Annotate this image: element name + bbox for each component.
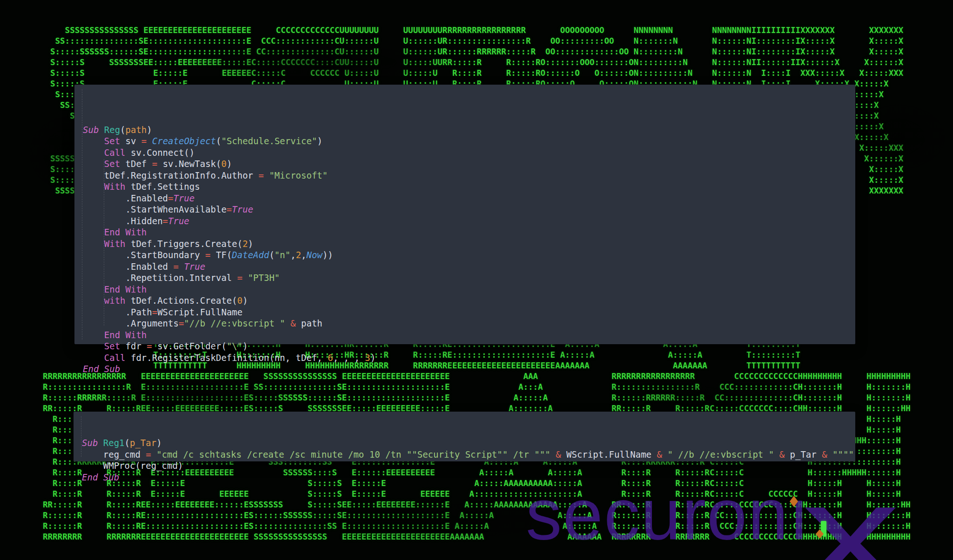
code-line: .StartBoundary = TF(DateAdd("n",2,Now)): [83, 249, 855, 261]
securonix-watermark: securonıx: [526, 478, 847, 550]
code-panel-reg1: Sub Reg1(p_Tar) reg_cmd = "cmd /c schtas…: [74, 412, 855, 461]
code-line: End With: [83, 284, 855, 295]
code-line: Sub Reg1(p_Tar): [82, 437, 855, 449]
code-line: .StartWhenAvailable=True: [83, 204, 855, 215]
code-line: .Enabled = True: [83, 261, 855, 273]
code-line: WMProc(reg_cmd): [82, 460, 855, 472]
code-line: End With: [83, 227, 855, 238]
code-line: Set sv = CreateObject("Schedule.Service"…: [83, 135, 855, 147]
watermark-text-main: securon: [526, 474, 789, 554]
indent-guide: [104, 159, 104, 326]
code-line: .Arguments="//b //e:vbscript " & path: [83, 318, 855, 329]
code-line: Set tDef = sv.NewTask(0): [83, 158, 855, 170]
indent-guide: [82, 89, 82, 340]
code-line: .Repetition.Interval = "PT3H": [83, 272, 855, 284]
code-panel-reg: Sub Reg(path) Set sv = CreateObject("Sch…: [74, 85, 855, 344]
code-line: .Hidden=True: [83, 215, 855, 227]
code-line: End With: [83, 329, 855, 341]
code-line: Call fdr.RegisterTaskDefinition(nn, tDef…: [83, 352, 855, 364]
code-line: tDef.RegistrationInfo.Author = "Microsof…: [83, 170, 855, 181]
code-line: Call sv.Connect(): [83, 147, 855, 159]
code-line: With tDef.Triggers.Create(2): [83, 238, 855, 250]
code-line: .Enabled=True: [83, 193, 855, 204]
code-line: End Sub: [83, 363, 855, 375]
watermark-text-x: x: [801, 463, 903, 560]
code-line: reg_cmd = "cmd /c schtasks /create /sc m…: [82, 449, 855, 460]
screenshot-root: { "colors": { "green": "#38d838", "brigh…: [0, 0, 953, 560]
code-line: With tDef.Settings: [83, 181, 855, 193]
code-line: Set fdr = sv.GetFolder("\"): [83, 340, 855, 352]
indent-guide: [81, 416, 81, 457]
code-line: Sub Reg(path): [83, 124, 855, 136]
code-line: with tDef.Actions.Create(0): [83, 295, 855, 307]
code-line: .Path=WScript.FullName: [83, 307, 855, 318]
